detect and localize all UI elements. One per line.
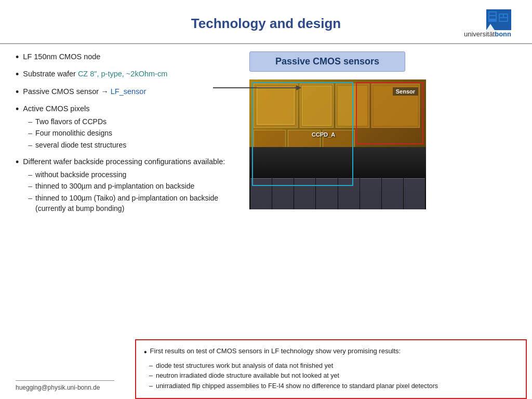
chip-background: Sensor CCPD_A [249,79,426,209]
list-item-backside: Different wafer backside processing conf… [16,156,239,215]
ccpd-box [252,82,353,186]
university-logo: universitätbonn [464,9,511,38]
lf-sensor-link: LF_sensor [111,87,147,96]
active-pixels-sublist: Two flavors of CCPDs Four monolithic des… [28,116,239,150]
subitem-diode: several diode test structures [28,140,239,150]
contact-email: huegging@physik.uni-bonn.de [16,384,100,391]
main-bullet-list: LF 150nm CMOS node Substrate wafer CZ 8"… [16,51,239,215]
passive-cmos-badge: Passive CMOS sensors [249,51,405,72]
substrate-highlight: CZ 8", p-type, ~2kOhm-cm [78,70,167,78]
substrate-text: Substrate wafer CZ 8", p-type, ~2kOhm-cm [23,69,239,79]
chip-image: Sensor CCPD_A [249,79,426,209]
list-item-substrate: Substrate wafer CZ 8", p-type, ~2kOhm-cm [16,69,239,81]
bottom-results-box: First results on test of CMOS sensors in… [135,339,527,399]
active-pixels-content: Active CMOS pixels Two flavors of CCPDs … [23,103,239,151]
slide-title: Technology and design [83,16,449,32]
left-column: LF 150nm CMOS node Substrate wafer CZ 8"… [16,51,239,350]
bottom-intro-text: First results on test of CMOS sensors in… [150,347,518,356]
lf-sensor-arrow-head [296,85,301,90]
backside-content: Different wafer backside processing conf… [23,156,239,215]
lf-sensor-arrow-line [213,87,296,88]
sensor-box: Sensor [356,82,423,144]
subitem-monolithic: Four monolithic designs [28,128,239,138]
logo-text: universitätbonn [464,30,511,38]
slide: Technology and design [0,0,532,399]
chip-strip-8 [404,178,425,209]
bottom-results-list: diode test structures work but analysis … [149,362,518,391]
active-pixels-text: Active CMOS pixels [23,104,89,113]
chip-strip-7 [382,178,403,209]
bottom-result-intro: First results on test of CMOS sensors in… [144,347,518,358]
backside-text: Different wafer backside processing conf… [23,157,225,166]
logo-area: universitätbonn [449,9,511,38]
right-column: Passive CMOS sensors [249,51,516,350]
300um-text: thinned to 300µm and p-implantation on b… [35,181,194,191]
list-item-passive-sensor: Passive CMOS sensor → LF_sensor [16,86,239,98]
logo-icon [486,9,511,30]
svg-rect-5 [500,15,503,17]
result-text-2: neutron irradiated diode structure avail… [156,371,339,381]
backside-sublist: without backside processing thinned to 3… [28,169,239,214]
svg-rect-6 [504,15,507,17]
subitem-ccpds: Two flavors of CCPDs [28,116,239,127]
svg-rect-7 [500,18,507,21]
list-item-active-pixels: Active CMOS pixels Two flavors of CCPDs … [16,103,239,151]
bottom-section: huegging@physik.uni-bonn.de First result… [0,339,532,399]
result-text-3: unirradiated flip chipped assemblies to … [156,382,438,391]
bottom-left: huegging@physik.uni-bonn.de [0,380,130,399]
100um-text: thinned to 100µm (Taiko) and p-implantat… [35,193,239,214]
result-item-1: diode test structures work but analysis … [149,362,518,371]
passive-sensor-text: Passive CMOS sensor → LF_sensor [23,86,239,97]
list-item-lf-node: LF 150nm CMOS node [16,51,239,63]
result-text-1: diode test structures work but analysis … [156,362,333,371]
svg-rect-3 [489,16,496,19]
lf-node-text: LF 150nm CMOS node [23,51,239,62]
chip-strip-6 [360,178,381,209]
slide-header: Technology and design [0,0,532,44]
svg-rect-2 [489,12,496,15]
subitem-without-backside: without backside processing [28,169,239,180]
contact-line: huegging@physik.uni-bonn.de [16,380,114,391]
subitem-300um: thinned to 300µm and p-implantation on b… [28,181,239,191]
result-item-3: unirradiated flip chipped assemblies to … [149,382,518,391]
result-item-2: neutron irradiated diode structure avail… [149,371,518,381]
slide-body: LF 150nm CMOS node Substrate wafer CZ 8"… [0,44,532,350]
sensor-label: Sensor [393,87,418,96]
ccpd-label: CCPD_A [312,131,335,138]
subitem-100um: thinned to 100µm (Taiko) and p-implantat… [28,193,239,214]
